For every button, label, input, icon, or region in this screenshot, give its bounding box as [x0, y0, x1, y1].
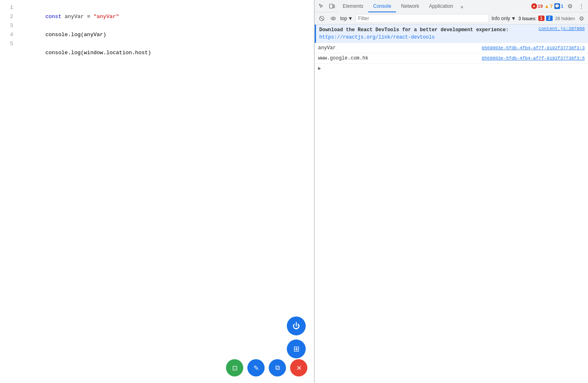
error-icon: ● — [531, 3, 537, 9]
code-editor: 1 2 3 4 5 const anyVar = "anyVar" consol… — [0, 0, 314, 52]
chevron-down-icon: ▼ — [348, 16, 353, 21]
code-line-3: console.log(anyVar) — [20, 21, 311, 30]
fab-row: ⊡ ✎ ⧉ ✕ — [0, 359, 314, 376]
svg-point-5 — [332, 18, 334, 19]
vertical-dots-icon: ⋮ — [579, 3, 584, 9]
console-toolbar: top ▼ Info only ▼ 3 Issues: 1 2 28 hidde… — [315, 12, 588, 25]
var-name: anyVar — [65, 14, 84, 20]
log-level-selector[interactable]: Info only ▼ — [491, 16, 516, 21]
inspect-element-icon[interactable] — [316, 1, 326, 11]
context-selector[interactable]: top ▼ — [340, 16, 353, 21]
log-level-label: Info only — [491, 16, 510, 21]
issues-badge: 3 Issues: 1 2 — [519, 16, 553, 21]
code-line-1: const anyVar = "anyVar" — [20, 3, 311, 12]
hidden-count: 28 hidden — [555, 16, 575, 21]
issues-red-count: 1 — [538, 16, 545, 21]
tab-elements[interactable]: Elements — [338, 1, 368, 12]
keyword-const: const — [45, 14, 65, 20]
console-log-host: www.google.com.hk 0569003e-5fdb-4fb4-af7… — [315, 53, 588, 64]
code-line-5: console.log(window.location.host) — [20, 39, 311, 48]
console-expand-row: ▶ — [315, 64, 588, 73]
device-toggle-icon[interactable] — [327, 1, 337, 11]
warning-count: 7 — [550, 4, 553, 9]
error-badge: ● 19 — [531, 3, 543, 9]
issues-blue-count: 2 — [546, 16, 553, 21]
expand-arrow-icon[interactable]: ▶ — [318, 65, 321, 71]
grid-icon: ⊞ — [293, 344, 300, 353]
react-devtools-source[interactable]: content.js:287996 — [539, 26, 585, 31]
tab-more-icon[interactable]: » — [458, 2, 466, 12]
power-icon: ⏻ — [293, 322, 300, 330]
operator: = — [84, 14, 93, 20]
edit-button[interactable]: ✎ — [247, 359, 265, 376]
svg-rect-1 — [333, 5, 334, 8]
error-count: 19 — [538, 4, 543, 9]
host-value: www.google.com.hk — [318, 55, 368, 61]
filter-input[interactable] — [355, 14, 489, 23]
close-button[interactable]: ✕ — [290, 359, 307, 376]
devtools-top-toolbar: Elements Console Network Application » ●… — [315, 0, 588, 12]
console-output: Download the React DevTools for a better… — [315, 25, 588, 383]
power-button[interactable]: ⏻ — [287, 316, 306, 335]
more-options-icon[interactable]: ⋮ — [576, 1, 586, 11]
console-log-2: console.log(window.location.host) — [45, 50, 151, 56]
line-num-4: 4 — [3, 30, 13, 39]
eye-icon-button[interactable] — [329, 14, 338, 23]
warning-icon: ▲ — [544, 3, 549, 9]
line-numbers: 1 2 3 4 5 — [0, 3, 16, 48]
code-content: const anyVar = "anyVar" console.log(anyV… — [16, 3, 314, 48]
host-source[interactable]: 0569003e-5fdb-4fb4-af7f-9192f37738f3:5 — [482, 56, 585, 61]
anyvar-source[interactable]: 0569003e-5fdb-4fb4-af7f-9192f37738f3:3 — [482, 46, 585, 50]
console-settings-icon[interactable]: ⚙ — [577, 14, 586, 23]
issues-text: 3 Issues: — [519, 16, 537, 21]
edit-icon: ✎ — [254, 364, 259, 372]
line-num-5: 5 — [3, 39, 13, 48]
warning-badge: ▲ 7 — [544, 3, 553, 9]
fab-container: ⏻ ⊞ — [287, 316, 306, 358]
message-badge: 💬 1 — [554, 3, 563, 9]
grid-button[interactable]: ⊞ — [287, 339, 306, 358]
devtools-pane: Elements Console Network Application » ●… — [314, 0, 588, 383]
code-pane: 1 2 3 4 5 const anyVar = "anyVar" consol… — [0, 0, 314, 383]
screenshot-button[interactable]: ⊡ — [226, 359, 243, 376]
string-value: "anyVar" — [93, 14, 119, 20]
react-devtools-message: Download the React DevTools for a better… — [315, 25, 588, 43]
gear-icon: ⚙ — [567, 3, 573, 9]
tab-console[interactable]: Console — [368, 1, 396, 12]
clear-console-button[interactable] — [317, 14, 326, 23]
copy-button[interactable]: ⧉ — [269, 359, 286, 376]
context-label: top — [340, 16, 347, 21]
tab-application[interactable]: Application — [424, 1, 458, 12]
console-log-anyvar: anyVar 0569003e-5fdb-4fb4-af7f-9192f3773… — [315, 43, 588, 53]
badge-row: ● 19 ▲ 7 💬 1 ⚙ ⋮ — [531, 1, 586, 11]
copy-icon: ⧉ — [275, 364, 280, 372]
console-log-1: console.log(anyVar) — [45, 32, 106, 38]
line-num-1: 1 — [3, 3, 13, 12]
close-icon: ✕ — [296, 364, 302, 372]
anyvar-value: anyVar — [318, 45, 336, 51]
react-devtools-link[interactable]: https://reactjs.org/link/react-devtools — [319, 34, 435, 40]
react-devtools-text: Download the React DevTools for a better… — [319, 26, 535, 41]
settings-icon[interactable]: ⚙ — [565, 1, 575, 11]
screenshot-icon: ⊡ — [232, 364, 238, 372]
react-devtools-bold: Download the React DevTools for a better… — [319, 27, 509, 33]
message-icon: 💬 — [554, 3, 560, 9]
line-num-3: 3 — [3, 21, 13, 30]
line-num-2: 2 — [3, 12, 13, 21]
console-gear-icon: ⚙ — [579, 15, 584, 22]
svg-line-3 — [321, 17, 323, 20]
message-count: 1 — [561, 4, 563, 9]
svg-rect-0 — [330, 4, 333, 8]
log-level-chevron: ▼ — [511, 16, 516, 21]
tab-network[interactable]: Network — [396, 1, 424, 12]
